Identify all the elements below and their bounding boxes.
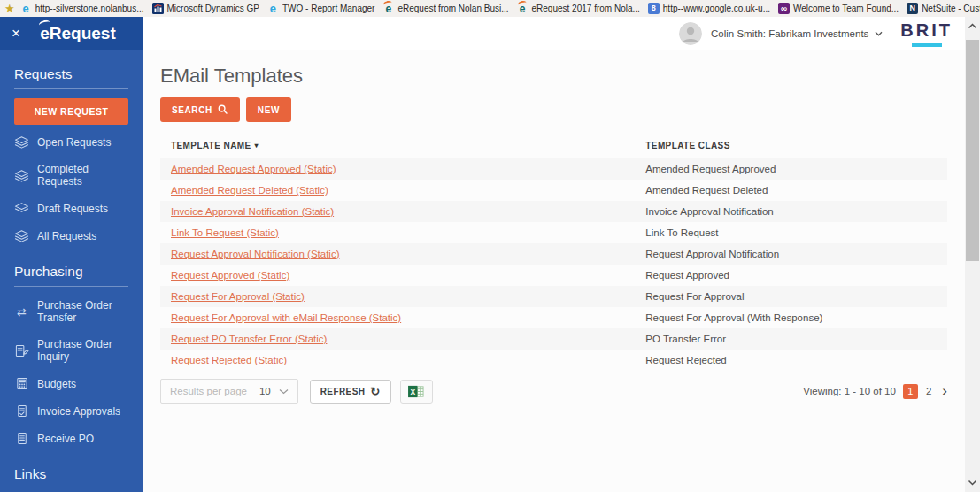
erequest-icon: e (517, 3, 529, 14)
template-name-link[interactable]: Request For Approval (Static) (171, 291, 305, 302)
close-icon[interactable]: × (12, 26, 20, 41)
sidebar-item-completed-requests[interactable]: Completed Requests (14, 156, 128, 195)
template-name-link[interactable]: Invoice Approval Notification (Static) (171, 206, 334, 217)
template-name-link[interactable]: Request Approved (Static) (171, 270, 289, 281)
sort-descending-icon: ▾ (255, 142, 259, 150)
user-menu-label: Colin Smith: Fabrikam Investments (711, 28, 868, 39)
bookmark-item-erequest-2017[interactable]: e eRequest 2017 from Nola... (517, 3, 640, 14)
sidebar-item-all-requests[interactable]: All Requests (14, 222, 128, 250)
document-pencil-icon (14, 344, 29, 357)
dynamics-gp-icon (152, 3, 164, 14)
user-menu[interactable]: Colin Smith: Fabrikam Investments (711, 28, 883, 39)
table-footer: Results per page 10 REFRESH ↻ (160, 379, 947, 404)
app-logo: eRequest (40, 24, 123, 43)
bookmark-item-report-manager[interactable]: e TWO - Report Manager (267, 3, 374, 14)
templates-table: TEMPLATE NAME ▾ TEMPLATE CLASS Amended R… (160, 135, 947, 404)
template-name-link[interactable]: Amended Request Approved (Static) (171, 164, 336, 174)
bookmark-item-team-foundation[interactable]: ∞ Welcome to Team Found... (778, 3, 899, 14)
table-body: Amended Request Approved (Static) Amende… (160, 158, 947, 371)
sidebar-item-budgets[interactable]: Budgets (14, 370, 128, 397)
screen: ★ e http--silverstone.nolanbus... Micros… (0, 0, 980, 492)
template-name-link[interactable]: Request Rejected (Static) (171, 355, 287, 365)
table-row: Invoice Approval Notification (Static) I… (160, 201, 947, 222)
erequest-swoosh (383, 0, 393, 8)
page-size-select[interactable]: 10 (258, 380, 297, 403)
avatar (679, 22, 702, 45)
export-excel-button[interactable]: X (400, 380, 433, 404)
search-button[interactable]: SEARCH (160, 97, 240, 122)
sidebar-item-purchase-order-transfer[interactable]: ⇄ Purchase Order Transfer (14, 292, 128, 331)
bookmarks-bar: ★ e http--silverstone.nolanbus... Micros… (0, 0, 980, 17)
bookmark-label: eRequest from Nolan Busi... (397, 4, 508, 13)
template-name-link[interactable]: Request PO Transfer Error (Static) (171, 334, 327, 344)
template-name-link[interactable]: Link To Request (Static) (171, 227, 279, 238)
new-request-button[interactable]: NEW REQUEST (14, 98, 128, 125)
netsuite-icon: N (907, 3, 918, 14)
sidebar-item-open-requests[interactable]: Open Requests (14, 128, 128, 156)
template-name-link[interactable]: Request For Approval with eMail Response… (171, 312, 401, 323)
table-row: Request Approved (Static) Request Approv… (160, 265, 947, 286)
document-icon (14, 432, 29, 445)
svg-text:X: X (410, 387, 415, 396)
table-row: Request PO Transfer Error (Static) PO Tr… (160, 328, 947, 350)
sidebar-section-purchasing: Purchasing (14, 264, 128, 287)
brit-logo: BRIT (899, 20, 954, 47)
main-content: EMail Templates SEARCH NEW TEMPLATE NAME… (143, 50, 965, 492)
template-class-cell: Request Approval Notification (645, 249, 937, 259)
ie-icon: e (267, 3, 279, 14)
sidebar-item-draft-requests[interactable]: Draft Requests (14, 195, 128, 222)
scroll-up-icon[interactable] (965, 19, 980, 33)
action-row: SEARCH NEW (160, 97, 947, 122)
sidebar-item-label: Completed Requests (37, 163, 128, 188)
bookmark-item-silverstone[interactable]: e http--silverstone.nolanbus... (20, 3, 144, 14)
google-icon: 8 (648, 3, 660, 14)
bookmark-item-netsuite[interactable]: N NetSuite - Customer Login (907, 3, 980, 14)
page-button-1[interactable]: 1 (903, 384, 918, 399)
template-name-link[interactable]: Request Approval Notification (Static) (171, 249, 339, 259)
template-class-cell: Link To Request (645, 227, 937, 238)
new-button[interactable]: NEW (246, 97, 291, 122)
refresh-icon: ↻ (370, 386, 380, 397)
sidebar-item-purchase-order-inquiry[interactable]: Purchase Order Inquiry (14, 331, 128, 370)
table-row: Request Rejected (Static) Request Reject… (160, 350, 947, 371)
page-title: EMail Templates (160, 65, 947, 88)
results-per-page-label: Results per page (161, 380, 258, 403)
erequest-icon: e (382, 3, 394, 14)
erequest-swoosh (517, 0, 527, 8)
bookmark-item-erequest-nolan[interactable]: e eRequest from Nolan Busi... (382, 3, 508, 14)
sidebar-item-label: Purchase Order Transfer (37, 299, 128, 324)
scroll-down-icon[interactable] (965, 475, 980, 489)
next-page-icon[interactable]: › (939, 385, 947, 397)
layers-icon (14, 202, 29, 215)
layers-icon (14, 135, 29, 149)
refresh-button[interactable]: REFRESH ↻ (310, 380, 391, 404)
ie-icon: e (20, 3, 32, 14)
visual-studio-icon: ∞ (778, 3, 790, 14)
template-name-link[interactable]: Amended Request Deleted (Static) (171, 185, 328, 196)
template-class-cell: PO Transfer Error (645, 334, 937, 344)
sidebar-item-invoice-approvals[interactable]: Invoice Approvals (14, 397, 128, 425)
scrollbar-thumb[interactable] (966, 40, 979, 261)
bookmark-item-dynamics-gp[interactable]: Microsoft Dynamics GP (152, 3, 259, 14)
favorites-star-icon[interactable]: ★ (4, 3, 15, 14)
sidebar-section-links: Links (14, 466, 128, 488)
viewing-status: Viewing: 1 - 10 of 10 (803, 386, 896, 396)
sidebar-item-label: All Requests (37, 230, 96, 242)
table-row: Request Approval Notification (Static) R… (160, 243, 947, 265)
table-header: TEMPLATE NAME ▾ TEMPLATE CLASS (160, 135, 947, 158)
table-row: Request For Approval with eMail Response… (160, 307, 947, 328)
sidebar-item-receive-po[interactable]: Receive PO (14, 425, 128, 452)
brit-underline (912, 43, 942, 47)
page-button-2[interactable]: 2 (925, 386, 932, 396)
bookmark-label: TWO - Report Manager (282, 4, 374, 13)
sidebar-item-label: Budgets (37, 378, 76, 390)
bookmark-item-google[interactable]: 8 http--www.google.co.uk-u... (648, 3, 770, 14)
bookmark-label: http--silverstone.nolanbus... (35, 4, 144, 13)
column-header-template-class[interactable]: TEMPLATE CLASS (645, 141, 937, 150)
sidebar-item-label: Purchase Order Inquiry (37, 338, 128, 363)
document-check-icon (14, 404, 29, 418)
bookmark-label: http--www.google.co.uk-u... (663, 4, 770, 13)
sidebar-section-requests: Requests (14, 66, 128, 89)
column-header-template-name[interactable]: TEMPLATE NAME ▾ (171, 141, 645, 150)
sidebar-item-label: Receive PO (37, 433, 94, 445)
